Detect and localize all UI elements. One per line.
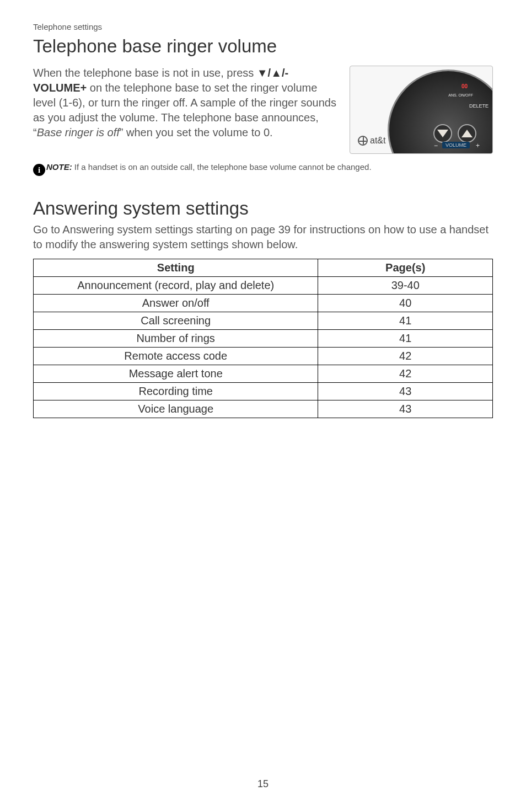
settings-table: Setting Page(s) Announcement (record, pl… — [33, 259, 493, 418]
globe-icon — [358, 136, 368, 146]
arrow-down-icon: ▼ — [257, 67, 268, 79]
note-prefix: NOTE: — [46, 162, 72, 172]
triangle-down-icon — [437, 130, 448, 137]
pages-cell: 43 — [318, 383, 493, 400]
info-icon: i — [33, 164, 45, 176]
table-row: Remote access code42 — [34, 348, 493, 365]
page: Telephone settings Telephone base ringer… — [0, 0, 526, 812]
brand-text: at&t — [370, 136, 385, 146]
section2-heading: Answering system settings — [33, 198, 493, 219]
arrow-up-icon: ▲ — [271, 67, 282, 79]
para-part3: ” when you set the volume to 0. — [120, 126, 273, 138]
category-label: Telephone settings — [33, 22, 493, 31]
control-pad: 00 ANS. ON/OFF DELETE − VOLUME + — [388, 70, 493, 154]
table-row: Message alert tone42 — [34, 365, 493, 383]
minus-label: − — [434, 142, 438, 149]
header-setting: Setting — [34, 259, 318, 277]
pages-cell: 43 — [318, 400, 493, 418]
table-row: Voice language43 — [34, 400, 493, 418]
vol-up-btn-icon — [458, 124, 476, 143]
setting-cell: Number of rings — [34, 330, 318, 348]
setting-cell: Remote access code — [34, 348, 318, 365]
table-header-row: Setting Page(s) — [34, 259, 493, 277]
page-number: 15 — [0, 778, 526, 790]
pages-cell: 41 — [318, 312, 493, 330]
header-pages: Page(s) — [318, 259, 493, 277]
brand-wrap: at&t — [358, 136, 385, 146]
section1-row: When the telephone base is not in use, p… — [33, 66, 493, 154]
setting-cell: Voice language — [34, 400, 318, 418]
device-figure: at&t 00 ANS. ON/OFF DELETE − VOLUME + — [350, 66, 493, 154]
volume-strip-label: VOLUME — [442, 142, 470, 148]
note-text: If a handset is on an outside call, the … — [72, 162, 372, 172]
setting-cell: Answer on/off — [34, 295, 318, 312]
setting-cell: Announcement (record, play and delete) — [34, 277, 318, 295]
pages-cell: 40 — [318, 295, 493, 312]
vol-down-btn-icon — [433, 124, 452, 143]
pages-cell: 39-40 — [318, 277, 493, 295]
section2-intro: Go to Answering system settings starting… — [33, 222, 493, 252]
pages-cell: 42 — [318, 348, 493, 365]
note-line: iNOTE: If a handset is on an outside cal… — [33, 162, 493, 176]
plus-label: + — [476, 142, 480, 149]
table-row: Recording time43 — [34, 383, 493, 400]
para-part1: When the telephone base is not in use, p… — [33, 67, 257, 79]
setting-cell: Recording time — [34, 383, 318, 400]
pages-cell: 41 — [318, 330, 493, 348]
triangle-up-icon — [461, 130, 473, 137]
setting-cell: Message alert tone — [34, 365, 318, 383]
section1-heading: Telephone base ringer volume — [33, 36, 493, 57]
section1-paragraph: When the telephone base is not in use, p… — [33, 66, 339, 154]
table-row: Call screening41 — [34, 312, 493, 330]
table-row: Answer on/off40 — [34, 295, 493, 312]
italic-phrase: Base ringer is off — [37, 126, 120, 138]
setting-cell: Call screening — [34, 312, 318, 330]
pages-cell: 42 — [318, 365, 493, 383]
table-body: Announcement (record, play and delete)39… — [34, 277, 493, 418]
table-row: Announcement (record, play and delete)39… — [34, 277, 493, 295]
table-row: Number of rings41 — [34, 330, 493, 348]
